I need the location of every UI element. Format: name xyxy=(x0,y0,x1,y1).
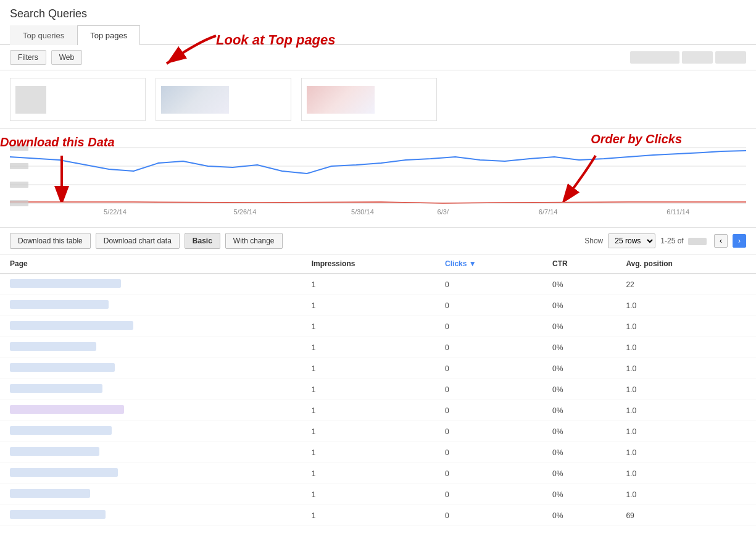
svg-text:6/3/: 6/3/ xyxy=(438,208,449,216)
cell-impressions: 1 xyxy=(302,337,435,358)
cell-avg_position: 22 xyxy=(616,274,756,295)
table-row: 100%22 xyxy=(0,274,756,295)
cell-clicks: 0 xyxy=(435,379,542,400)
thumb-image-1 xyxy=(15,86,46,114)
blurred-control-3 xyxy=(715,51,746,64)
cell-impressions: 1 xyxy=(302,316,435,337)
table-row: 100%1.0 xyxy=(0,421,756,442)
cell-ctr: 0% xyxy=(542,505,616,526)
blurred-control-2 xyxy=(682,51,713,64)
pagination-info: 1-25 of xyxy=(660,237,709,245)
col-clicks[interactable]: Clicks ▼ xyxy=(435,254,542,274)
cell-clicks: 0 xyxy=(435,421,542,442)
cell-avg_position: 1.0 xyxy=(616,463,756,484)
rows-select[interactable]: 25 rows 10 rows 50 rows xyxy=(608,233,655,248)
web-button[interactable]: Web xyxy=(51,50,82,65)
tabs-bar: Top queries Top pages xyxy=(0,25,756,45)
cell-ctr: 0% xyxy=(542,421,616,442)
cell-ctr: 0% xyxy=(542,379,616,400)
page-cell[interactable] xyxy=(0,316,302,337)
chart-svg: 5/22/14 5/26/14 5/30/14 6/3/ 6/7/14 6/11… xyxy=(10,129,746,216)
col-ctr: CTR xyxy=(542,254,616,274)
cell-impressions: 1 xyxy=(302,421,435,442)
cell-ctr: 0% xyxy=(542,463,616,484)
page-cell[interactable] xyxy=(0,358,302,379)
svg-text:6/11/14: 6/11/14 xyxy=(667,208,689,216)
svg-text:5/22/14: 5/22/14 xyxy=(104,208,127,216)
cell-ctr: 0% xyxy=(542,295,616,316)
page-cell[interactable] xyxy=(0,421,302,442)
cell-ctr: 0% xyxy=(542,400,616,421)
thumbnail-3[interactable] xyxy=(301,78,437,121)
page-cell[interactable] xyxy=(0,379,302,400)
cell-impressions: 1 xyxy=(302,295,435,316)
thumb-image-2 xyxy=(161,86,229,114)
table-row: 100%1.0 xyxy=(0,484,756,505)
tab-top-pages[interactable]: Top pages xyxy=(77,25,140,45)
chart-section: 5/22/14 5/26/14 5/30/14 6/3/ 6/7/14 6/11… xyxy=(0,129,756,228)
cell-clicks: 0 xyxy=(435,463,542,484)
cell-clicks: 0 xyxy=(435,358,542,379)
cell-avg_position: 1.0 xyxy=(616,421,756,442)
svg-rect-17 xyxy=(10,200,28,206)
cell-impressions: 1 xyxy=(302,442,435,463)
next-page-button[interactable]: › xyxy=(733,234,746,248)
toolbar-right xyxy=(630,51,746,64)
svg-rect-14 xyxy=(10,145,28,151)
cell-clicks: 0 xyxy=(435,484,542,505)
blurred-control-1 xyxy=(630,51,679,64)
cell-ctr: 0% xyxy=(542,337,616,358)
download-chart-button[interactable]: Download chart data xyxy=(96,233,180,249)
page-cell[interactable] xyxy=(0,295,302,316)
prev-page-button[interactable]: ‹ xyxy=(714,234,728,248)
page-cell[interactable] xyxy=(0,463,302,484)
cell-clicks: 0 xyxy=(435,400,542,421)
page-cell[interactable] xyxy=(0,484,302,505)
col-page: Page xyxy=(0,254,302,274)
cell-avg_position: 1.0 xyxy=(616,484,756,505)
tab-top-queries[interactable]: Top queries xyxy=(10,25,77,45)
svg-rect-15 xyxy=(10,163,28,169)
cell-clicks: 0 xyxy=(435,295,542,316)
with-change-button[interactable]: With change xyxy=(225,233,283,249)
page-cell[interactable] xyxy=(0,337,302,358)
cell-ctr: 0% xyxy=(542,274,616,295)
thumb-image-3 xyxy=(307,86,375,114)
cell-impressions: 1 xyxy=(302,463,435,484)
cell-impressions: 1 xyxy=(302,379,435,400)
cell-clicks: 0 xyxy=(435,274,542,295)
svg-text:6/7/14: 6/7/14 xyxy=(539,208,558,216)
page-cell[interactable] xyxy=(0,400,302,421)
show-label: Show xyxy=(584,237,603,245)
cell-ctr: 0% xyxy=(542,442,616,463)
svg-text:5/26/14: 5/26/14 xyxy=(234,208,257,216)
cell-avg_position: 1.0 xyxy=(616,442,756,463)
cell-avg_position: 1.0 xyxy=(616,337,756,358)
table-row: 100%69 xyxy=(0,505,756,526)
cell-avg_position: 1.0 xyxy=(616,379,756,400)
pagination-total-blur xyxy=(688,238,707,245)
cell-impressions: 1 xyxy=(302,484,435,505)
thumbnail-2[interactable] xyxy=(156,78,291,121)
table-row: 100%1.0 xyxy=(0,358,756,379)
basic-button[interactable]: Basic xyxy=(185,233,220,249)
download-table-button[interactable]: Download this table xyxy=(10,233,91,249)
cell-clicks: 0 xyxy=(435,316,542,337)
cell-avg_position: 69 xyxy=(616,505,756,526)
table-row: 100%1.0 xyxy=(0,379,756,400)
cell-ctr: 0% xyxy=(542,358,616,379)
table-row: 100%1.0 xyxy=(0,463,756,484)
svg-text:5/30/14: 5/30/14 xyxy=(351,208,374,216)
page-cell[interactable] xyxy=(0,505,302,526)
thumbnail-1[interactable] xyxy=(10,78,146,121)
filters-button[interactable]: Filters xyxy=(10,50,46,65)
table-row: 100%1.0 xyxy=(0,316,756,337)
col-impressions: Impressions xyxy=(302,254,435,274)
toolbar: Filters Web xyxy=(0,45,756,70)
cell-ctr: 0% xyxy=(542,484,616,505)
page-cell[interactable] xyxy=(0,442,302,463)
page-cell[interactable] xyxy=(0,274,302,295)
cell-clicks: 0 xyxy=(435,505,542,526)
cell-clicks: 0 xyxy=(435,337,542,358)
cell-avg_position: 1.0 xyxy=(616,400,756,421)
